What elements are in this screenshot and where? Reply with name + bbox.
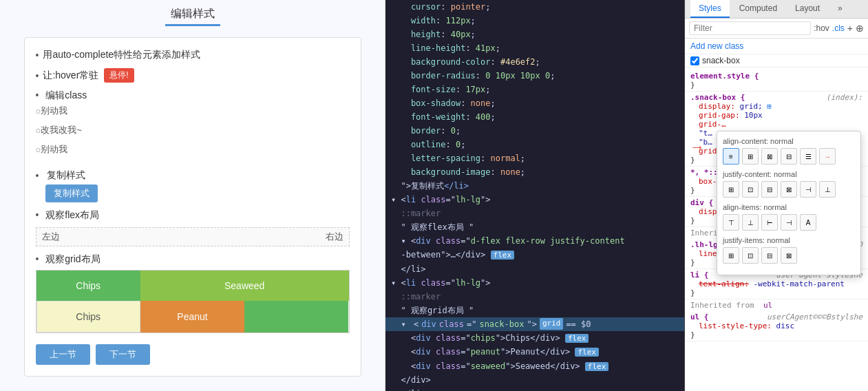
grid-demo: Chips Seaweed Chips Peanut bbox=[36, 270, 350, 333]
code-line: ">复制样式</li> bbox=[385, 179, 684, 193]
code-line: -between">…</div> flex bbox=[385, 248, 684, 262]
align-content-icon[interactable]: ≡ bbox=[723, 148, 739, 165]
ai-icon[interactable]: ⊣ bbox=[781, 214, 797, 231]
ji-icon[interactable]: ⊟ bbox=[761, 247, 778, 264]
jc-icon[interactable]: ⊟ bbox=[761, 181, 778, 198]
code-line: <div class="chips">Chips</div> flex bbox=[385, 331, 684, 346]
filter-cls[interactable]: .cls bbox=[832, 23, 845, 33]
filter-lock[interactable]: ⊕ bbox=[856, 23, 864, 34]
checkbox-snack-box: snack-box bbox=[690, 56, 740, 65]
ai-icon[interactable]: A bbox=[800, 214, 816, 231]
selector: .snack-box { bbox=[690, 93, 745, 102]
code-line: outline: 0; bbox=[385, 138, 684, 151]
sub-list-item: 别动我 bbox=[36, 143, 350, 156]
list-item: • 用auto-complete特性给元素添加样式 bbox=[36, 49, 350, 61]
code-line: ▾ <li class="lh-lg"> bbox=[385, 193, 684, 207]
ji-icon[interactable]: ⊠ bbox=[781, 247, 797, 264]
justify-content-section: justify-content: normal ⊞ ⊡ ⊟ ⊠ ⊣ ⊥ bbox=[723, 170, 855, 198]
selector: li { bbox=[690, 271, 709, 279]
style-val: disc bbox=[776, 321, 795, 330]
tab-styles[interactable]: Styles bbox=[690, 0, 730, 18]
ai-icon[interactable]: ⊥ bbox=[742, 214, 759, 231]
comment: userCAgent©©©Bstylshe bbox=[767, 313, 862, 321]
align-content-icon[interactable]: ☰ bbox=[800, 148, 816, 165]
style-prop: grid-gap: bbox=[699, 111, 740, 120]
align-content-icon[interactable]: ⊞ bbox=[742, 148, 759, 165]
prev-button[interactable]: 上一节 bbox=[36, 344, 90, 365]
selector: element.style { bbox=[690, 72, 759, 81]
align-content-icon[interactable]: ⊠ bbox=[761, 148, 778, 165]
jc-icon[interactable]: ⊥ bbox=[819, 181, 836, 198]
list-item: • 编辑class 别动我 改我改我~ 别动我 bbox=[36, 89, 350, 162]
title-underline bbox=[165, 24, 220, 26]
code-line: border-radius: 0 10px 10px 0; bbox=[385, 69, 684, 83]
next-button[interactable]: 下一节 bbox=[96, 344, 150, 365]
copy-style-button[interactable]: 复制样式 bbox=[45, 184, 98, 202]
code-line: cursor: pointer; bbox=[385, 0, 684, 14]
item1-text: 用auto-complete特性给元素添加样式 bbox=[43, 49, 200, 61]
stop-button[interactable]: 悬停! bbox=[104, 68, 134, 83]
list-item: • 观察grid布局 Chips Seaweed Chips Peanut bbox=[36, 253, 350, 333]
style-prop: list-style-type: bbox=[699, 321, 772, 330]
grid-cell-chips: Chips bbox=[36, 271, 140, 301]
style-prop: grid-… bbox=[699, 120, 726, 129]
checkbox-row: snack-box bbox=[685, 54, 868, 67]
list-item: • 复制样式 复制样式 bbox=[36, 169, 350, 202]
list-item: • 观察flex布局 左边 右边 bbox=[36, 209, 350, 246]
add-class-label[interactable]: Add new class bbox=[690, 41, 743, 51]
tab-computed[interactable]: Computed bbox=[731, 0, 785, 18]
item3-text: 编辑class bbox=[45, 89, 87, 101]
comment: (index): bbox=[826, 93, 862, 102]
jc-icon[interactable]: ⊣ bbox=[800, 181, 816, 198]
tab-layout[interactable]: Layout bbox=[787, 0, 828, 18]
filter-input[interactable] bbox=[689, 21, 811, 35]
jc-icon[interactable]: ⊡ bbox=[742, 181, 759, 198]
code-line: background-color: #4e6ef2; bbox=[385, 55, 684, 69]
item6-header: • 观察grid布局 bbox=[36, 253, 100, 266]
nav-buttons: 上一节 下一节 bbox=[36, 344, 350, 365]
grid-cell-seaweed: Seaweed bbox=[140, 271, 349, 301]
align-content-icon[interactable]: ⊟ bbox=[781, 148, 797, 165]
style-block: element.style { } bbox=[685, 70, 868, 92]
style-prop: display: bbox=[699, 102, 735, 111]
bullet: • bbox=[36, 209, 39, 220]
code-line: ▾ <li class="lh-lg"> bbox=[385, 276, 684, 290]
grid-icon[interactable]: ⊞ bbox=[767, 102, 772, 111]
flex-right: 右边 bbox=[326, 231, 343, 243]
align-content-icons: ≡ ⊞ ⊠ ⊟ ☰ → bbox=[723, 148, 855, 165]
grid-cell-peanut: Peanut bbox=[140, 301, 244, 332]
justify-items-section: justify-items: normal ⊞ ⊡ ⊟ ⊠ bbox=[723, 236, 855, 264]
flex-left: 左边 bbox=[42, 231, 60, 243]
jc-icon[interactable]: ⊞ bbox=[723, 181, 739, 198]
checkbox-input[interactable] bbox=[690, 56, 699, 65]
red-arrow: → bbox=[690, 138, 705, 156]
align-content-label: align-content: normal bbox=[723, 137, 855, 145]
bullet: • bbox=[36, 70, 39, 81]
tab-more[interactable]: » bbox=[829, 0, 851, 18]
content-box: • 用auto-complete特性给元素添加样式 • 让:hover常驻 悬停… bbox=[24, 37, 361, 377]
code-line: ::marker bbox=[385, 290, 684, 304]
align-items-label: align-items: normal bbox=[723, 203, 855, 211]
sub-list: 别动我 改我改我~ 别动我 bbox=[36, 105, 350, 162]
bullet: • bbox=[36, 170, 39, 181]
code-line: <div class="peanut">Peanut</div> flex bbox=[385, 345, 684, 359]
filter-hov[interactable]: :hov bbox=[814, 23, 829, 33]
code-line: font-size: 17px; bbox=[385, 83, 684, 96]
bullet: • bbox=[36, 89, 39, 101]
code-line: <div class="seaweed">Seaweed</div> flex bbox=[385, 359, 684, 374]
bullet: • bbox=[36, 253, 39, 264]
ai-icon[interactable]: ⊤ bbox=[723, 214, 739, 231]
ai-icon[interactable]: ⊢ bbox=[761, 214, 778, 231]
ji-icon[interactable]: ⊡ bbox=[742, 247, 759, 264]
jc-icon[interactable]: ⊠ bbox=[781, 181, 797, 198]
justify-content-icons: ⊞ ⊡ ⊟ ⊠ ⊣ ⊥ bbox=[723, 181, 855, 198]
left-panel: 编辑样式 • 用auto-complete特性给元素添加样式 • 让:hover… bbox=[0, 0, 385, 391]
code-line: " 观察grid布局 " bbox=[385, 304, 684, 317]
justify-items-label: justify-items: normal bbox=[723, 236, 855, 244]
align-content-icon[interactable]: → bbox=[819, 148, 836, 165]
filter-plus[interactable]: + bbox=[847, 23, 853, 34]
panel-title: 编辑样式 bbox=[171, 7, 215, 21]
sub-list-item: 别动我 bbox=[36, 105, 350, 117]
flex-row: 左边 右边 bbox=[36, 228, 349, 246]
ji-icon[interactable]: ⊞ bbox=[723, 247, 739, 264]
